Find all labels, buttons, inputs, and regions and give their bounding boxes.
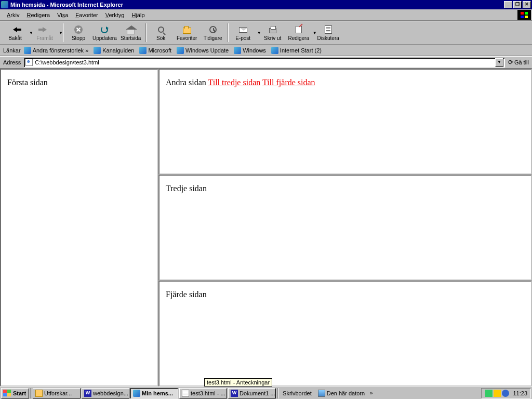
chevron-icon[interactable]: »: [370, 390, 373, 396]
forward-arrow-icon: [43, 27, 47, 32]
history-icon: [209, 26, 217, 33]
mail-dropdown[interactable]: ▼: [256, 31, 260, 35]
toolbar-separator: [145, 23, 147, 42]
address-input[interactable]: [35, 59, 495, 65]
toolbar-separator: [228, 23, 229, 42]
ie-link-icon: [94, 47, 101, 54]
links-bar: Länkar Ändra fönsterstorlek » Kanalguide…: [0, 45, 532, 56]
maximize-button[interactable]: ❐: [513, 1, 522, 8]
home-icon: [127, 29, 135, 34]
task-dokument1[interactable]: WDokument1 ...: [228, 388, 276, 398]
folder-icon: [35, 390, 43, 397]
forward-button: Framåt: [32, 22, 58, 43]
task-test3[interactable]: test3.html - ...: [179, 388, 227, 398]
my-computer-label[interactable]: Den här datorn: [318, 390, 365, 397]
go-icon: ⟳: [508, 59, 513, 66]
menu-arkiv[interactable]: Arkiv: [3, 11, 23, 19]
windows-logo-icon: [517, 10, 531, 20]
fourth-page-text: Fjärde sidan: [166, 290, 207, 299]
discuss-icon: [325, 25, 332, 34]
notepad-icon: [182, 390, 189, 397]
toolbar: Bakåt ▼ Framåt ▼ Stopp Uppdatera Startsi…: [0, 21, 532, 45]
back-button[interactable]: Bakåt: [2, 22, 28, 43]
print-icon: [269, 28, 276, 33]
frame-second: Andra sidan Till tredje sidan Till fjärd…: [158, 69, 532, 175]
menu-bar: Arkiv Redigera Visa Favoriter Verktyg Hj…: [0, 9, 532, 21]
ie-link-icon: [139, 47, 147, 54]
task-min-hemsida[interactable]: Min hems...: [130, 388, 178, 398]
tray-icon[interactable]: [485, 390, 493, 397]
desktop-label[interactable]: Skrivbordet: [283, 390, 312, 396]
refresh-icon: [101, 26, 108, 33]
windows-flag-icon: [3, 390, 11, 397]
minimize-button[interactable]: _: [504, 1, 512, 8]
menu-visa[interactable]: Visa: [54, 11, 72, 19]
address-label: Adress: [3, 59, 21, 65]
link-kanalguiden[interactable]: Kanalguiden: [94, 47, 134, 54]
address-box[interactable]: ▼: [24, 58, 505, 68]
stop-button[interactable]: Stopp: [65, 22, 91, 43]
frame-first: Första sidan: [0, 69, 158, 387]
clock: 11:23: [513, 390, 527, 396]
edit-icon: [296, 26, 302, 33]
title-bar: Min hemsida - Microsoft Internet Explore…: [0, 0, 532, 9]
content-area: Första sidan Andra sidan Till tredje sid…: [0, 69, 532, 387]
link-resize[interactable]: Ändra fönsterstorlek »: [24, 47, 89, 54]
address-dropdown[interactable]: ▼: [495, 58, 503, 67]
second-page-text: Andra sidan: [166, 78, 206, 87]
frameset: Första sidan Andra sidan Till tredje sid…: [0, 69, 532, 387]
taskbar-separator: [30, 388, 31, 398]
refresh-button[interactable]: Uppdatera: [91, 22, 118, 43]
menu-hjalp[interactable]: Hjälp: [128, 11, 148, 19]
word-icon: W: [84, 390, 91, 397]
tray-icon[interactable]: [494, 390, 501, 397]
links-label: Länkar: [3, 47, 21, 54]
task-utforskaren[interactable]: Utforskar...: [33, 388, 81, 398]
tray-icon[interactable]: [502, 390, 509, 397]
system-tray: 11:23: [481, 388, 531, 398]
search-button[interactable]: Sök: [148, 22, 174, 43]
link-windows-update[interactable]: Windows Update: [177, 47, 229, 54]
start-button[interactable]: Start: [1, 388, 29, 398]
go-button[interactable]: ⟳Gå till: [508, 59, 529, 66]
tooltip: test3.html - Anteckningar: [204, 378, 272, 387]
link-microsoft[interactable]: Microsoft: [139, 47, 171, 54]
ie-link-icon: [177, 47, 184, 54]
mail-icon: [239, 27, 247, 33]
frame-third: Tredje sidan: [158, 175, 532, 281]
edit-dropdown[interactable]: ▼: [312, 31, 315, 35]
discuss-button[interactable]: Diskutera: [315, 22, 341, 43]
menu-verktyg[interactable]: Verktyg: [102, 11, 128, 19]
page-icon: [25, 59, 33, 66]
ie-link-icon: [271, 47, 278, 54]
word-icon: W: [231, 390, 238, 397]
menu-arkiv-label: rkiv: [10, 12, 19, 18]
close-button[interactable]: ✕: [523, 1, 531, 8]
address-bar: Adress ▼ ⟳Gå till: [0, 56, 532, 69]
taskbar-separator: [277, 388, 278, 398]
ie-link-icon: [24, 47, 31, 54]
ie-task-icon: [133, 390, 140, 397]
menu-favoriter[interactable]: Favoriter: [72, 11, 101, 19]
favorites-button[interactable]: Favoriter: [174, 22, 200, 43]
frame-fourth: Fjärde sidan: [158, 281, 532, 387]
mail-button[interactable]: E-post: [230, 22, 256, 43]
back-dropdown[interactable]: ▼: [28, 31, 32, 35]
history-button[interactable]: Tidigare: [200, 22, 226, 43]
favorites-icon: [183, 28, 191, 34]
stop-icon: [74, 25, 83, 34]
forward-dropdown[interactable]: ▼: [58, 31, 61, 35]
back-arrow-icon: [13, 27, 17, 32]
computer-icon: [318, 390, 325, 397]
task-webbdesign[interactable]: Wwebbdesign...: [82, 388, 129, 398]
search-icon: [158, 26, 164, 33]
taskbar: Start Utforskar... Wwebbdesign... Min he…: [0, 387, 532, 399]
home-button[interactable]: Startsida: [118, 22, 144, 43]
menu-redigera[interactable]: Redigera: [23, 11, 54, 19]
link-to-third[interactable]: Till tredje sidan: [208, 78, 260, 87]
link-internet-start[interactable]: Internet Start (2): [271, 47, 322, 54]
edit-button[interactable]: Redigera: [286, 22, 312, 43]
print-button[interactable]: Skriv ut: [260, 22, 286, 43]
link-to-fourth[interactable]: Till fjärde sidan: [262, 78, 315, 87]
link-windows[interactable]: Windows: [234, 47, 266, 54]
